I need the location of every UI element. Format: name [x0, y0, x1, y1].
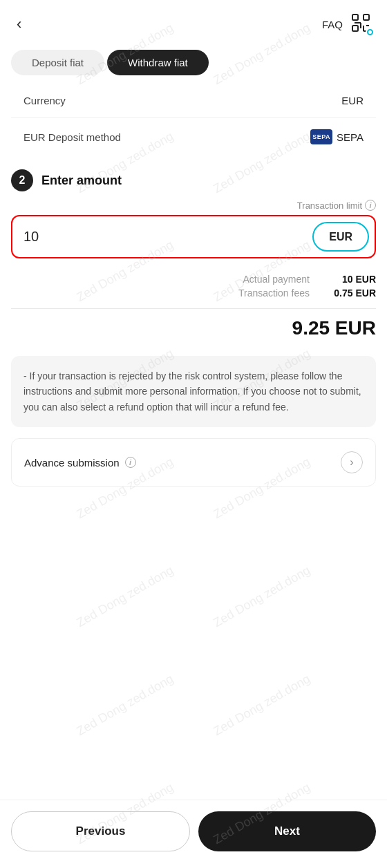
back-button[interactable]: ‹	[11, 12, 27, 36]
tab-withdraw-fiat[interactable]: Withdraw fiat	[107, 50, 209, 75]
advance-chevron-icon: ›	[341, 451, 363, 473]
advance-submission-label: Advance submission	[24, 457, 120, 469]
warning-box: - If your transaction is rejected by the…	[11, 356, 376, 427]
sepa-label: SEPA	[337, 131, 364, 143]
currency-row: Currency EUR	[11, 84, 376, 118]
actual-payment-label: Actual payment	[243, 274, 310, 285]
deposit-method-label: EUR Deposit method	[23, 131, 121, 143]
step-header: 2 Enter amount	[0, 155, 387, 200]
scan-icon-wrap[interactable]	[351, 13, 373, 35]
transaction-fees-row: Transaction fees 0.75 EUR	[11, 286, 376, 300]
transaction-fees-label: Transaction fees	[238, 287, 310, 299]
sepa-logo: SEPA	[310, 129, 332, 144]
faq-label[interactable]: FAQ	[322, 19, 343, 30]
currency-pill: EUR	[312, 222, 369, 252]
advance-submission-card[interactable]: Advance submission i ›	[11, 438, 376, 487]
payment-info: Actual payment 10 EUR Transaction fees 0…	[0, 264, 387, 303]
svg-rect-2	[352, 26, 358, 31]
currency-label: Currency	[23, 95, 66, 106]
advance-submission-info-icon[interactable]: i	[125, 457, 136, 468]
currency-value: EUR	[341, 95, 364, 106]
transaction-fees-value: 0.75 EUR	[321, 287, 376, 299]
amount-input-row: EUR	[11, 215, 376, 258]
svg-rect-0	[352, 15, 358, 20]
divider	[11, 308, 376, 309]
advance-left: Advance submission i	[24, 457, 136, 469]
total-amount-row: 9.25 EUR	[0, 314, 387, 350]
actual-payment-value: 10 EUR	[321, 274, 376, 285]
step-number: 2	[11, 169, 33, 191]
transaction-limit-text: Transaction limit	[297, 200, 362, 211]
transaction-limit-row: Transaction limit i	[11, 200, 376, 211]
currency-section-card: Currency EUR EUR Deposit method SEPA SEP…	[11, 84, 376, 155]
previous-button[interactable]: Previous	[11, 811, 190, 851]
header: ‹ FAQ	[0, 0, 387, 43]
amount-input[interactable]	[12, 216, 312, 257]
scan-badge	[366, 28, 375, 37]
bottom-buttons: Previous Next	[0, 800, 387, 868]
svg-rect-1	[364, 15, 369, 20]
transaction-limit-info-icon[interactable]: i	[365, 200, 376, 211]
warning-text: - If your transaction is rejected by the…	[23, 368, 364, 415]
header-right: FAQ	[322, 13, 373, 35]
amount-area: Transaction limit i EUR	[0, 200, 387, 264]
tab-deposit-fiat[interactable]: Deposit fiat	[11, 50, 104, 75]
actual-payment-row: Actual payment 10 EUR	[11, 272, 376, 286]
deposit-method-row: EUR Deposit method SEPA SEPA	[11, 118, 376, 155]
tabs-container: Deposit fiat Withdraw fiat	[0, 43, 387, 84]
next-button[interactable]: Next	[198, 811, 376, 851]
step-title: Enter amount	[41, 173, 122, 188]
total-amount: 9.25 EUR	[292, 317, 376, 339]
deposit-method-value: SEPA SEPA	[310, 129, 364, 144]
